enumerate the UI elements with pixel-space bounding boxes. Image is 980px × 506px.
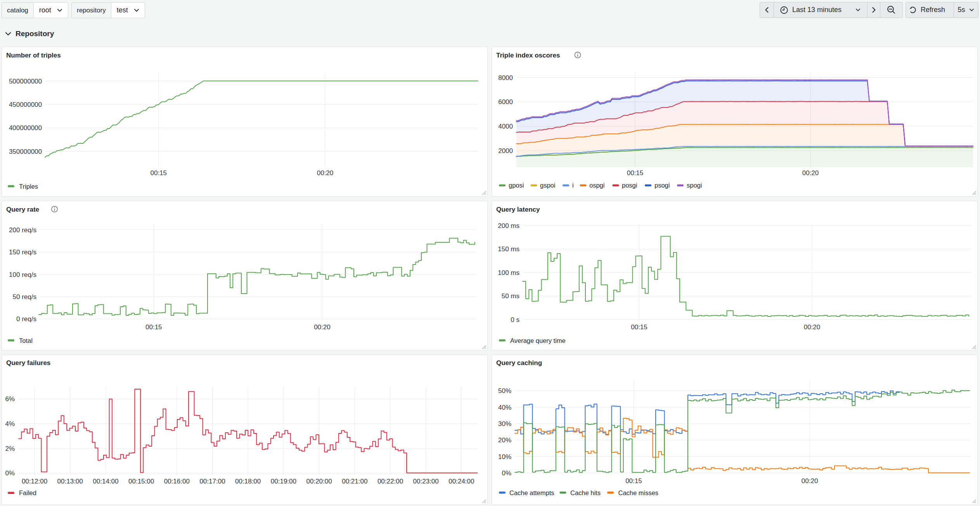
svg-text:00:20: 00:20: [804, 323, 821, 331]
svg-text:450000000: 450000000: [9, 101, 42, 108]
svg-text:Cache misses: Cache misses: [618, 489, 659, 496]
svg-text:00:15: 00:15: [631, 323, 648, 331]
svg-text:00:15: 00:15: [625, 477, 642, 485]
svg-text:00:20: 00:20: [317, 169, 334, 177]
svg-text:gposi: gposi: [509, 182, 524, 189]
svg-text:150 req/s: 150 req/s: [9, 249, 36, 256]
svg-text:Number of triples: Number of triples: [6, 52, 61, 59]
svg-text:500000000: 500000000: [9, 78, 42, 85]
svg-text:10%: 10%: [498, 453, 511, 461]
svg-text:350000000: 350000000: [9, 148, 42, 155]
svg-text:gspoi: gspoi: [540, 182, 555, 189]
svg-text:00:17:00: 00:17:00: [199, 478, 225, 485]
svg-text:Cache attempts: Cache attempts: [509, 489, 554, 496]
svg-text:00:21:00: 00:21:00: [342, 478, 367, 485]
svg-text:posgi: posgi: [622, 182, 637, 189]
svg-text:00:20: 00:20: [314, 323, 331, 331]
svg-text:Triple index oscores: Triple index oscores: [496, 52, 560, 59]
svg-text:50 ms: 50 ms: [502, 292, 519, 300]
svg-text:Query failures: Query failures: [6, 359, 50, 367]
svg-text:spogi: spogi: [687, 182, 702, 189]
svg-text:100 ms: 100 ms: [498, 269, 519, 276]
svg-text:00:19:00: 00:19:00: [271, 478, 296, 485]
svg-text:i: i: [572, 182, 574, 189]
svg-text:00:20: 00:20: [802, 477, 818, 485]
svg-text:0%: 0%: [5, 469, 15, 477]
svg-text:2000: 2000: [498, 147, 513, 155]
svg-text:0 req/s: 0 req/s: [16, 315, 36, 323]
svg-text:00:24:00: 00:24:00: [448, 478, 474, 485]
svg-text:00:16:00: 00:16:00: [164, 478, 190, 485]
svg-text:00:15: 00:15: [151, 169, 167, 177]
svg-text:50%: 50%: [498, 387, 511, 395]
svg-text:00:20:00: 00:20:00: [306, 478, 332, 485]
svg-text:00:12:00: 00:12:00: [22, 478, 47, 485]
svg-text:4000: 4000: [498, 123, 513, 130]
svg-text:Failed: Failed: [19, 489, 36, 496]
svg-text:00:14:00: 00:14:00: [93, 478, 118, 485]
svg-text:Query rate: Query rate: [6, 206, 39, 213]
svg-text:30%: 30%: [498, 420, 511, 428]
svg-text:ospgi: ospgi: [589, 182, 604, 189]
svg-text:00:22:00: 00:22:00: [377, 478, 403, 485]
svg-text:Cache hits: Cache hits: [570, 489, 601, 496]
svg-text:0 s: 0 s: [511, 316, 519, 323]
svg-text:200 req/s: 200 req/s: [9, 226, 36, 234]
svg-text:40%: 40%: [498, 404, 511, 411]
svg-text:00:18:00: 00:18:00: [235, 478, 261, 485]
svg-text:200 ms: 200 ms: [498, 222, 519, 230]
svg-text:00:15:00: 00:15:00: [128, 478, 154, 485]
svg-text:Query latency: Query latency: [496, 206, 540, 213]
svg-text:Total: Total: [19, 337, 33, 344]
svg-text:6000: 6000: [498, 98, 513, 106]
svg-text:00:13:00: 00:13:00: [57, 478, 83, 485]
svg-text:00:20: 00:20: [802, 169, 819, 177]
svg-text:8000: 8000: [498, 74, 513, 82]
svg-text:100 req/s: 100 req/s: [9, 271, 36, 278]
svg-text:0%: 0%: [502, 469, 511, 477]
svg-text:Triples: Triples: [19, 183, 38, 190]
svg-text:50 req/s: 50 req/s: [13, 293, 36, 301]
svg-text:Average query time: Average query time: [510, 337, 566, 344]
svg-text:400000000: 400000000: [9, 124, 42, 132]
svg-text:2%: 2%: [5, 445, 15, 452]
svg-text:6%: 6%: [5, 395, 15, 403]
svg-text:00:15: 00:15: [627, 169, 644, 177]
svg-text:4%: 4%: [5, 420, 15, 428]
svg-text:Query caching: Query caching: [496, 359, 542, 367]
svg-text:00:23:00: 00:23:00: [413, 478, 439, 485]
svg-text:00:15: 00:15: [145, 323, 162, 331]
svg-text:psogi: psogi: [654, 182, 670, 189]
svg-text:20%: 20%: [498, 436, 511, 444]
svg-text:150 ms: 150 ms: [498, 245, 519, 253]
